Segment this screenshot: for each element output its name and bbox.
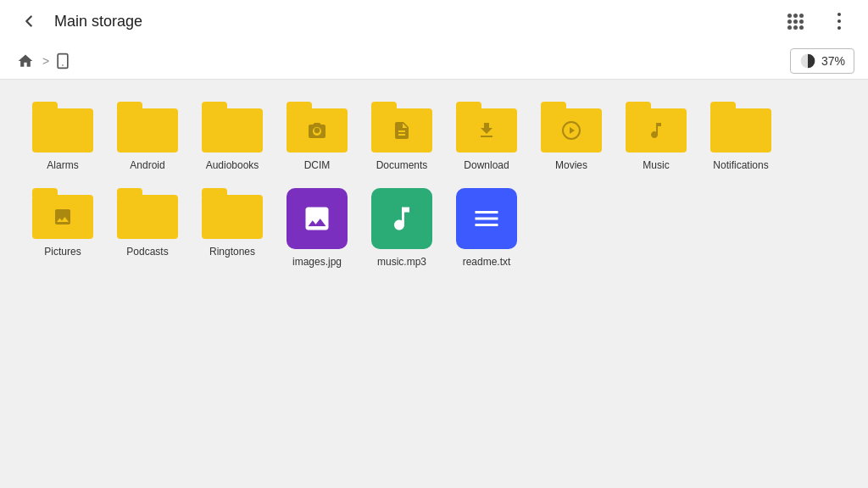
folder-icon <box>371 102 432 152</box>
music-file-icon <box>371 188 432 249</box>
svg-marker-7 <box>570 127 575 134</box>
folder-icon <box>117 188 178 239</box>
files-area: Alarms Android Audiobooks <box>0 80 868 290</box>
svg-rect-3 <box>58 53 68 68</box>
breadcrumb: > 37% <box>0 42 868 80</box>
folder-pictures[interactable]: Pictures <box>20 180 105 276</box>
svg-point-1 <box>837 19 841 23</box>
folder-documents[interactable]: Documents <box>359 93 444 180</box>
folder-label: Download <box>464 159 509 171</box>
header: Main storage <box>0 0 868 42</box>
more-options-button[interactable] <box>824 6 854 36</box>
folder-icon <box>32 188 93 239</box>
folder-icon <box>541 102 602 152</box>
folder-audiobooks[interactable]: Audiobooks <box>190 93 275 180</box>
home-icon[interactable] <box>14 49 37 73</box>
camera-icon <box>287 108 348 152</box>
folder-music[interactable]: Music <box>614 93 698 180</box>
file-label: images.jpg <box>292 256 342 268</box>
folder-icon <box>202 102 263 152</box>
folder-icon <box>202 188 263 239</box>
folder-icon <box>32 102 93 152</box>
folder-icon <box>456 102 517 152</box>
image-file-icon <box>287 188 348 249</box>
folder-label: Alarms <box>47 159 78 171</box>
folder-dcim[interactable]: DCIM <box>275 93 359 180</box>
folder-icon <box>287 102 348 152</box>
grid-icon <box>787 14 804 30</box>
storage-usage-badge: 37% <box>790 48 854 74</box>
file-label: music.mp3 <box>377 256 426 268</box>
folder-notifications[interactable]: Notifications <box>698 93 783 180</box>
folder-label: Music <box>643 159 669 171</box>
folder-label: Pictures <box>44 246 81 258</box>
folder-podcasts[interactable]: Podcasts <box>105 180 190 276</box>
file-images-jpg[interactable]: images.jpg <box>275 180 359 276</box>
svg-point-0 <box>837 13 841 16</box>
folder-icon <box>710 102 771 152</box>
image-icon <box>32 195 93 239</box>
grid-view-button[interactable] <box>780 6 810 36</box>
back-button[interactable] <box>14 6 44 36</box>
file-readme-txt[interactable]: readme.txt <box>444 180 529 276</box>
device-icon <box>54 53 71 69</box>
folder-icon <box>626 102 687 152</box>
folder-label: Notifications <box>713 159 768 171</box>
folder-download[interactable]: Download <box>444 93 529 180</box>
svg-point-2 <box>837 26 841 30</box>
folder-label: DCIM <box>304 159 331 171</box>
folder-label: Audiobooks <box>206 159 259 171</box>
folder-alarms[interactable]: Alarms <box>20 93 105 180</box>
storage-circle-icon <box>799 53 816 69</box>
folder-ringtones[interactable]: Ringtones <box>190 180 275 276</box>
folder-android[interactable]: Android <box>105 93 190 180</box>
storage-percent-label: 37% <box>821 54 845 68</box>
file-music-mp3[interactable]: music.mp3 <box>359 180 444 276</box>
folder-label: Documents <box>376 159 428 171</box>
text-file-icon <box>456 188 517 249</box>
folder-label: Podcasts <box>126 246 168 258</box>
page-title: Main storage <box>54 13 142 30</box>
document-icon <box>371 108 432 152</box>
folder-label: Android <box>130 159 164 171</box>
download-icon <box>456 108 517 152</box>
music-icon <box>626 108 687 152</box>
play-icon <box>541 108 602 152</box>
folder-icon <box>117 102 178 152</box>
file-label: readme.txt <box>463 256 511 268</box>
folder-label: Movies <box>555 159 587 171</box>
folder-movies[interactable]: Movies <box>529 93 614 180</box>
breadcrumb-separator: > <box>42 54 49 68</box>
folder-label: Ringtones <box>209 246 255 258</box>
